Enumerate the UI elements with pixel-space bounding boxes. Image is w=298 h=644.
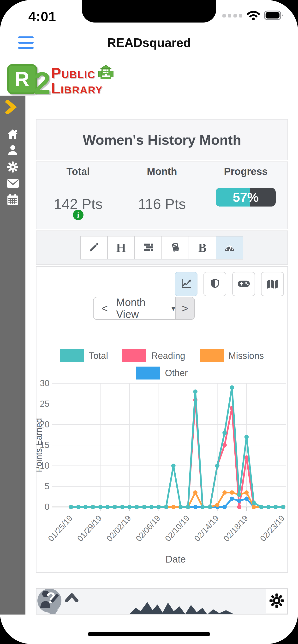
stat-month-label: Month xyxy=(120,166,203,177)
svg-text:Points Earned: Points Earned xyxy=(37,418,44,472)
svg-text:02/06/19: 02/06/19 xyxy=(134,514,162,543)
badges-view-button[interactable] xyxy=(203,272,226,296)
notch xyxy=(82,0,216,22)
legend-item-total[interactable]: Total xyxy=(60,349,108,362)
heading-button[interactable]: H xyxy=(107,236,135,260)
svg-text:01/29/19: 01/29/19 xyxy=(75,514,103,543)
svg-text:5: 5 xyxy=(45,481,49,491)
map-view-button[interactable] xyxy=(261,272,284,296)
toolbar-card: H B xyxy=(36,230,288,265)
help-bubble-icon[interactable]: ? xyxy=(37,589,61,612)
legend-label: Missions xyxy=(228,351,264,361)
book-button[interactable] xyxy=(162,236,189,260)
legend-item-missions[interactable]: Missions xyxy=(200,349,264,362)
gear-icon xyxy=(269,593,284,609)
svg-text:Date: Date xyxy=(166,554,186,564)
book-icon xyxy=(170,242,181,254)
svg-text:0: 0 xyxy=(45,502,49,512)
library-logo: R 2 Public Library xyxy=(7,64,114,96)
svg-text:02/14/19: 02/14/19 xyxy=(192,514,221,543)
sidebar-item-calendar[interactable] xyxy=(7,194,19,205)
messages-icon xyxy=(7,185,19,189)
logo-two: 2 xyxy=(34,70,51,96)
legend-swatch xyxy=(200,349,224,362)
edit-button[interactable] xyxy=(80,236,108,260)
widget-settings-button[interactable] xyxy=(266,588,287,614)
gamepad-icon xyxy=(237,279,250,290)
settings-gear-icon xyxy=(7,170,19,174)
app-title: READsquared xyxy=(0,36,298,50)
phone-screen: 4:01 READsquared R 2 Public Library xyxy=(0,0,298,644)
svg-text:02/10/19: 02/10/19 xyxy=(163,514,191,543)
status-icons xyxy=(222,10,284,22)
legend-swatch xyxy=(60,349,84,362)
chart-card: < Month View ▾ > TotalReadingMissionsOth… xyxy=(36,266,288,572)
library-building-icon xyxy=(98,65,114,82)
bold-label: B xyxy=(198,241,207,255)
program-title-card: Women's History Month xyxy=(36,119,288,160)
battery-icon xyxy=(264,10,284,21)
program-title: Women's History Month xyxy=(83,132,241,148)
logo-line2: Library xyxy=(51,82,114,95)
wifi-icon xyxy=(247,10,260,22)
view-toggle-group xyxy=(175,272,284,296)
legend-label: Reading xyxy=(151,351,185,361)
home-indicator[interactable] xyxy=(88,632,210,636)
stat-progress: Progress 57% xyxy=(204,162,287,229)
pencil-icon xyxy=(89,242,100,254)
stat-total-label: Total xyxy=(37,166,120,177)
main-panel: Women's History Month Total 142 Pts i Mo… xyxy=(26,96,298,614)
legend-label: Total xyxy=(89,351,108,361)
sidebar-item-settings[interactable] xyxy=(7,161,19,173)
chart-legend: TotalReadingMissionsOther xyxy=(37,349,287,380)
info-icon[interactable]: i xyxy=(73,210,83,220)
sidebar-item-home[interactable] xyxy=(7,128,19,140)
status-time: 4:01 xyxy=(28,8,56,24)
gauge-icon xyxy=(224,242,235,254)
sidebar-item-messages[interactable] xyxy=(7,179,19,190)
svg-text:30: 30 xyxy=(40,380,49,388)
legend-swatch xyxy=(122,349,146,362)
avatar-silhouette xyxy=(129,601,235,614)
period-select[interactable]: Month View ▾ xyxy=(116,297,175,319)
bottom-bar: ? xyxy=(36,588,288,614)
profile-icon xyxy=(7,152,19,157)
chart-view-button[interactable] xyxy=(175,272,198,296)
home-icon xyxy=(7,136,19,141)
cellular-signal-icon xyxy=(222,14,242,18)
chevron-down-icon: ▾ xyxy=(172,304,175,313)
next-period-button[interactable]: > xyxy=(175,297,194,319)
stat-total: Total 142 Pts i xyxy=(37,162,120,229)
sidebar-expand-button[interactable] xyxy=(5,100,17,115)
chevron-up-icon xyxy=(65,600,79,604)
collapse-button[interactable] xyxy=(65,592,79,604)
logo-line1: Public xyxy=(51,66,95,80)
calendar-icon xyxy=(7,202,19,206)
list-button[interactable] xyxy=(134,236,162,260)
line-chart-icon xyxy=(181,278,192,290)
svg-text:01/25/19: 01/25/19 xyxy=(46,514,74,543)
logo-band: R 2 Public Library xyxy=(0,62,298,96)
shield-icon xyxy=(210,278,220,290)
month-nav: < Month View ▾ > xyxy=(93,297,195,320)
bold-button[interactable]: B xyxy=(189,236,216,260)
prev-period-button[interactable]: < xyxy=(94,297,116,319)
stat-month: Month 116 Pts xyxy=(120,162,203,229)
points-chart: 05101520253001/25/1901/29/1902/02/1902/0… xyxy=(37,380,288,572)
games-view-button[interactable] xyxy=(232,272,255,296)
dashboard-button[interactable] xyxy=(216,236,243,260)
legend-label: Other xyxy=(165,368,188,378)
progress-bar: 57% xyxy=(216,188,276,206)
period-select-label: Month View xyxy=(116,297,168,320)
stat-progress-label: Progress xyxy=(204,166,287,177)
stats-card: Total 142 Pts i Month 116 Pts Progress 5… xyxy=(36,162,288,229)
stat-month-value: 116 Pts xyxy=(120,196,203,212)
legend-swatch xyxy=(136,366,160,380)
legend-item-other[interactable]: Other xyxy=(136,366,188,380)
map-icon xyxy=(266,278,278,290)
heading-label: H xyxy=(116,241,126,255)
legend-item-reading[interactable]: Reading xyxy=(122,349,185,362)
progress-percent: 57% xyxy=(216,188,276,206)
svg-text:02/18/19: 02/18/19 xyxy=(222,514,250,543)
sidebar-item-profile[interactable] xyxy=(7,144,19,156)
